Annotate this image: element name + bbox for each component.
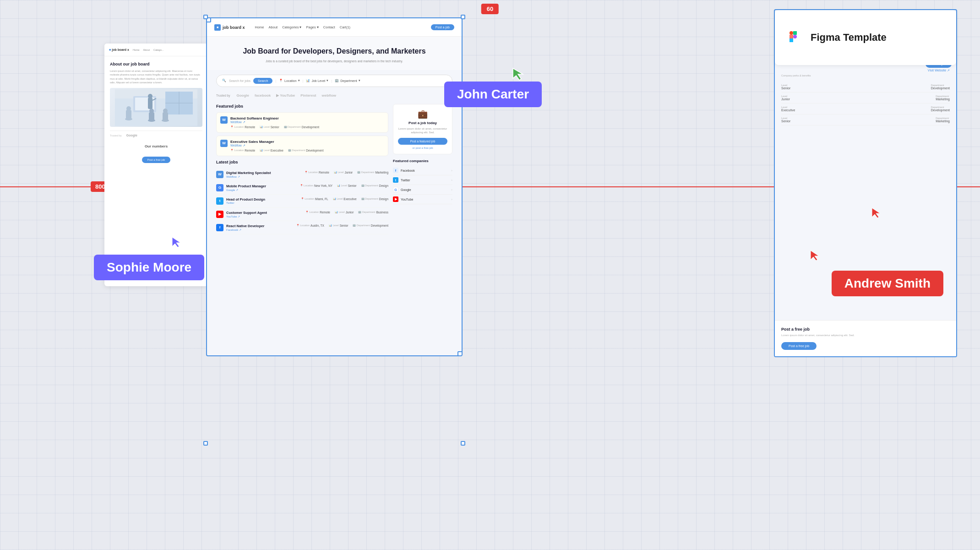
jb-post-job-button[interactable]: Post a job <box>431 24 454 30</box>
jb-hero-title: Job Board for Developers, Designers, and… <box>216 47 452 56</box>
svg-rect-14 <box>163 112 168 120</box>
mini-logo: ■ job board x <box>109 48 129 51</box>
search-button[interactable]: Search <box>253 78 272 84</box>
job-dept-2: 🏢 Department Development <box>288 149 324 152</box>
featured-jobs-title: Featured jobs <box>216 104 388 109</box>
latest-job-5[interactable]: f React Native Developer Facebook ↗ 📍 Lo… <box>216 221 388 234</box>
trusted-logos: Google facebook ▶ YouTube Pinterest webf… <box>236 93 336 98</box>
svg-marker-28 <box>811 250 819 261</box>
company-youtube[interactable]: ▶ YouTube › <box>393 195 452 204</box>
right-post-free-section: Post a free job Lorem ipsum dolor sit am… <box>775 320 956 356</box>
badge-andrew: Andrew Smith <box>832 271 943 296</box>
mini-content: About our job board Lorem ipsum dolor si… <box>104 56 208 172</box>
svg-marker-27 <box>172 237 180 247</box>
svg-rect-16 <box>148 98 152 109</box>
visit-website-link[interactable]: Visit Website ↗ <box>781 69 950 72</box>
svg-rect-8 <box>126 110 131 119</box>
job-icon-1: W <box>220 116 228 124</box>
latest-job-3[interactable]: t Head of Product Design Twitter 📍 Locat… <box>216 195 388 208</box>
latest-job-1[interactable]: W Digital Marketing Specialist Webflow ↗… <box>216 168 388 181</box>
job-level-1: 📊 Level Senior <box>260 125 279 129</box>
job-title-1: Backend Software Engineer <box>230 116 384 120</box>
company-google[interactable]: G Google › <box>393 185 452 195</box>
job-dept-1: 🏢 Department Development <box>284 125 320 129</box>
featured-companies-title: Featured companies <box>393 159 452 163</box>
post-free-button[interactable]: Post a free job <box>781 342 817 350</box>
svg-marker-26 <box>513 68 523 80</box>
jb-nav-links: Home About Categories ▾ Pages ▾ Contact … <box>255 25 351 29</box>
svg-rect-24 <box>793 35 797 38</box>
latest-icon-4: ▶ <box>216 211 223 218</box>
mini-body-text: Lorem ipsum dolor sit amet, consectetur … <box>110 69 202 84</box>
jb-logo-icon: ■ <box>214 24 221 31</box>
google-arrow: › <box>451 188 452 192</box>
mini-image <box>110 88 202 127</box>
latest-icon-5: f <box>216 224 223 231</box>
youtube-arrow: › <box>451 197 452 201</box>
right-job-row-2: Level Junior Department Marketing <box>781 93 950 103</box>
company-twitter[interactable]: t Twitter › <box>393 175 452 185</box>
post-free-title: Post a free job <box>781 327 950 332</box>
svg-rect-20 <box>789 31 793 35</box>
jb-right-col: 💼 Post a job today Lorem ipsum dolor sit… <box>393 104 452 234</box>
latest-jobs-title: Latest jobs <box>216 160 388 164</box>
jb-trusted: Trusted by Google facebook ▶ YouTube Pin… <box>207 93 462 104</box>
cursor-purple-icon <box>171 236 181 250</box>
featured-job-2[interactable]: W Executive Sales Manager Webflow ↗ 📍 Lo… <box>216 136 388 156</box>
post-featured-job-button[interactable]: Post a featured job <box>398 138 447 145</box>
featured-job-1[interactable]: W Backend Software Engineer Webflow ↗ 📍 … <box>216 112 388 133</box>
mini-nav: ■ job board x Home About Catego... <box>104 44 208 56</box>
figma-header: Figma Template <box>775 10 956 65</box>
left-preview-panel: ■ job board x Home About Catego... About… <box>104 44 208 286</box>
right-job-row-3: Level Executive Department Development <box>781 103 950 114</box>
latest-job-4[interactable]: ▶ Customer Support Agent YouTube ↗ 📍 Loc… <box>216 208 388 221</box>
latest-job-2[interactable]: G Mobile Product Manager Google ↗ 📍 Loca… <box>216 181 388 195</box>
google-logo: Google <box>236 93 249 98</box>
facebook-arrow: › <box>451 169 452 173</box>
job-location-2: 📍 Location Remote <box>230 149 255 152</box>
svg-rect-11 <box>149 112 154 120</box>
frame-corner-br <box>461 441 465 446</box>
main-job-board-frame: ■ job board x Home About Categories ▾ Pa… <box>206 17 463 356</box>
company-benefits: Company perks & benefits <box>781 74 950 77</box>
jb-logo: ■ job board x <box>214 24 245 31</box>
right-job-row-1: Level Senior Department Development <box>781 82 950 93</box>
company-facebook[interactable]: f Facebook › <box>393 166 452 175</box>
facebook-logo: facebook <box>255 93 271 98</box>
jb-search-bar: 🔍 Search for jobs Search | 📍 Location ▾ … <box>216 75 452 87</box>
jb-navbar: ■ job board x Home About Categories ▾ Pa… <box>207 18 462 37</box>
svg-rect-23 <box>793 31 797 35</box>
post-job-box: 💼 Post a job today Lorem ipsum dolor sit… <box>393 104 452 155</box>
post-job-desc: Lorem ipsum dolor sit amet, consectetur … <box>398 127 447 135</box>
frame-corner-tr <box>461 15 465 19</box>
search-icon: 🔍 <box>222 79 226 82</box>
post-free-text: Lorem ipsum dolor sit amet, consectetur … <box>781 333 950 337</box>
post-job-title: Post a job today <box>398 121 447 125</box>
latest-icon-1: W <box>216 171 223 178</box>
width-badge: 60 <box>481 4 499 14</box>
mini-about-title: About our job board <box>110 62 202 66</box>
badge-sophie: Sophie Moore <box>94 255 204 280</box>
svg-point-17 <box>148 94 152 98</box>
mini-trusted: Trusted by Google <box>110 131 202 140</box>
department-filter[interactable]: 🏢 Department ▾ <box>335 79 360 82</box>
job-icon-2: W <box>220 140 228 147</box>
job-location-1: 📍 Location Remote <box>230 125 255 129</box>
svg-point-15 <box>163 109 168 113</box>
jb-left-col: Featured jobs W Backend Software Enginee… <box>216 104 388 234</box>
webflow-logo: webflow <box>322 93 337 98</box>
figma-title: Figma Template <box>811 32 887 44</box>
latest-icon-3: t <box>216 197 223 205</box>
job-level-filter[interactable]: 📊 Job Level ▾ <box>306 79 328 82</box>
mini-post-free-button[interactable]: Post a free job <box>142 157 171 163</box>
youtube-logo: ▶ YouTube <box>276 93 295 98</box>
badge-john: John Carter <box>444 82 542 107</box>
frame-corner-tl <box>203 15 208 19</box>
pinterest-logo: Pinterest <box>300 93 316 98</box>
location-filter[interactable]: 📍 Location ▾ <box>279 79 299 82</box>
right-job-row-4: Level Senior Department Marketing <box>781 114 950 125</box>
post-free-link[interactable]: or post a free job <box>398 147 447 149</box>
job-company-1: Webflow ↗ <box>230 120 384 124</box>
svg-point-12 <box>149 109 154 113</box>
frame-corner-bl <box>203 441 208 446</box>
